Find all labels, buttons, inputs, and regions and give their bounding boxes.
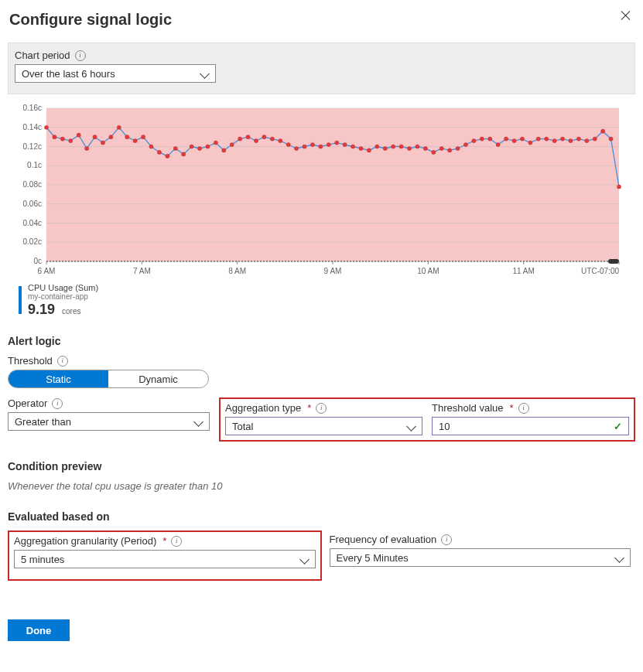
threshold-mode-static[interactable]: Static	[9, 370, 108, 387]
frequency-select[interactable]: Every 5 Minutes	[330, 548, 631, 567]
svg-point-84	[439, 146, 443, 150]
svg-text:10 AM: 10 AM	[417, 267, 439, 275]
svg-point-37	[60, 137, 64, 141]
chart-period-value: Over the last 6 hours	[22, 68, 115, 80]
svg-point-42	[101, 141, 104, 145]
svg-text:0.08c: 0.08c	[23, 180, 42, 189]
svg-point-75	[367, 148, 371, 152]
svg-point-74	[359, 146, 363, 150]
svg-text:0c: 0c	[33, 257, 42, 265]
svg-point-89	[480, 137, 484, 141]
svg-point-76	[375, 145, 379, 148]
svg-point-77	[383, 146, 387, 150]
svg-point-49	[157, 150, 161, 154]
threshold-value-input[interactable]: 10 ✓	[432, 417, 629, 435]
svg-point-66	[294, 146, 298, 150]
info-icon[interactable]: i	[518, 403, 529, 414]
svg-text:7 AM: 7 AM	[133, 267, 151, 275]
chevron-down-icon	[408, 422, 416, 430]
svg-point-60	[246, 135, 250, 139]
info-icon[interactable]: i	[316, 403, 327, 414]
svg-point-53	[190, 145, 193, 148]
info-icon[interactable]: i	[57, 356, 68, 367]
svg-point-100	[569, 138, 573, 142]
chevron-down-icon	[616, 554, 624, 561]
evaluated-heading: Evaluated based on	[8, 510, 635, 523]
page-title: Configure signal logic	[9, 11, 172, 29]
required-icon: *	[307, 402, 311, 414]
chart-legend: CPU Usage (Sum) my-container-app 9.19 co…	[19, 283, 635, 316]
svg-text:0.06c: 0.06c	[23, 200, 42, 208]
svg-point-73	[351, 145, 354, 148]
operator-value: Greater than	[15, 416, 71, 428]
svg-point-88	[472, 138, 476, 142]
svg-point-90	[488, 137, 492, 141]
granularity-label: Aggregation granularity (Period)	[14, 535, 156, 547]
svg-point-80	[407, 146, 411, 150]
svg-point-47	[141, 135, 145, 139]
legend-color-bar	[19, 286, 22, 314]
operator-select[interactable]: Greater than	[8, 412, 210, 431]
frequency-value: Every 5 Minutes	[337, 552, 409, 564]
chevron-down-icon	[201, 70, 209, 77]
svg-point-46	[133, 138, 137, 142]
threshold-value-label: Threshold value	[432, 402, 504, 414]
svg-point-82	[423, 146, 427, 150]
legend-series-value: 9.19	[28, 302, 55, 317]
aggregation-type-select[interactable]: Total	[225, 417, 422, 435]
svg-point-35	[44, 125, 48, 129]
info-icon[interactable]: i	[75, 50, 86, 61]
svg-point-104	[601, 129, 605, 133]
svg-point-106	[617, 185, 621, 189]
svg-point-105	[609, 137, 613, 141]
svg-rect-20	[608, 259, 619, 264]
threshold-mode-dynamic[interactable]: Dynamic	[108, 370, 208, 387]
condition-preview-heading: Condition preview	[8, 460, 635, 472]
close-button[interactable]	[618, 8, 634, 23]
aggregation-type-label: Aggregation type	[225, 402, 301, 414]
svg-point-96	[536, 137, 540, 141]
svg-text:0.02c: 0.02c	[23, 237, 42, 246]
done-button[interactable]: Done	[8, 619, 70, 641]
svg-point-68	[310, 142, 314, 146]
legend-series-sub: my-container-app	[28, 292, 98, 301]
info-icon[interactable]: i	[171, 536, 182, 547]
svg-text:0.04c: 0.04c	[23, 219, 42, 227]
svg-point-69	[319, 145, 323, 148]
svg-point-41	[93, 135, 97, 139]
condition-preview-text: Whenever the total cpu usage is greater …	[8, 480, 635, 492]
chart: 0c0.02c0.04c0.06c0.08c0.1c0.12c0.14c0.16…	[8, 102, 635, 280]
svg-point-38	[69, 138, 73, 142]
svg-point-93	[512, 138, 516, 142]
chart-period-select[interactable]: Over the last 6 hours	[15, 64, 216, 83]
required-icon: *	[162, 535, 166, 547]
svg-point-87	[463, 142, 467, 146]
svg-point-98	[552, 138, 556, 142]
svg-point-85	[448, 148, 452, 152]
svg-point-59	[238, 137, 242, 141]
svg-point-62	[262, 135, 266, 139]
operator-label: Operator	[8, 397, 47, 409]
legend-series-unit: cores	[62, 307, 80, 316]
alert-logic-heading: Alert logic	[8, 335, 635, 347]
svg-point-101	[576, 137, 580, 141]
svg-point-61	[254, 138, 258, 142]
svg-point-72	[343, 142, 347, 146]
svg-point-39	[77, 133, 80, 137]
svg-point-45	[125, 135, 129, 139]
svg-point-58	[230, 142, 234, 146]
info-icon[interactable]: i	[52, 398, 63, 409]
chart-period-label: Chart period	[15, 49, 70, 61]
svg-point-95	[528, 141, 532, 145]
legend-series-name: CPU Usage (Sum)	[28, 283, 98, 292]
required-icon: *	[510, 402, 514, 414]
granularity-select[interactable]: 5 minutes	[14, 550, 316, 568]
svg-point-43	[109, 135, 113, 139]
svg-point-52	[182, 152, 186, 156]
svg-text:6 AM: 6 AM	[38, 267, 56, 275]
svg-point-51	[173, 146, 177, 150]
svg-point-57	[222, 148, 226, 152]
svg-text:UTC-07:00: UTC-07:00	[581, 267, 619, 275]
info-icon[interactable]: i	[441, 534, 452, 545]
svg-text:9 AM: 9 AM	[324, 267, 342, 275]
